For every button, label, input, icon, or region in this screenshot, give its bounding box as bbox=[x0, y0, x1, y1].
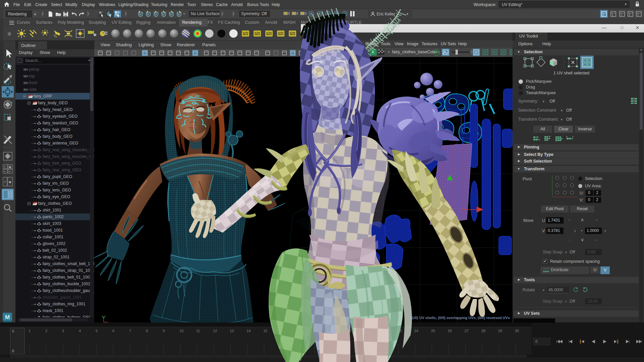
svg-text:+: + bbox=[4, 165, 6, 169]
svg-text:+: + bbox=[4, 180, 6, 184]
svg-text:+: + bbox=[9, 170, 11, 173]
svg-text:M: M bbox=[5, 314, 10, 320]
svg-text:◆: ◆ bbox=[9, 165, 11, 169]
svg-text:◆: ◆ bbox=[9, 180, 11, 184]
svg-text:+: + bbox=[4, 170, 6, 173]
